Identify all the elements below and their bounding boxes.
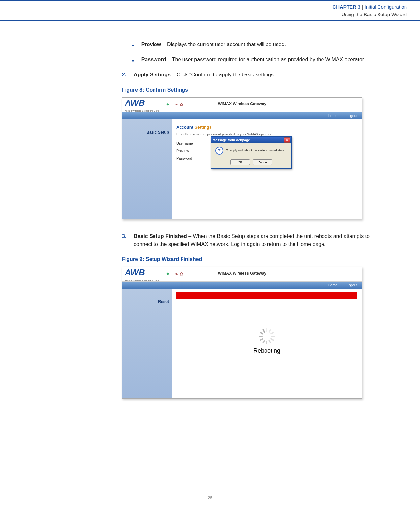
dialog-title: Message from webpage	[213, 138, 250, 143]
label-preview: Preview	[176, 148, 212, 154]
term-apply-settings: Apply Settings	[134, 72, 171, 77]
logo-subtitle: Accton Wireless Broadband Corp.	[125, 109, 159, 113]
gateway-title: WiMAX Wireless Gateway	[218, 101, 266, 107]
chapter-title: Initial Configuration	[365, 4, 407, 10]
nav-home-link[interactable]: Home	[326, 113, 339, 119]
step-3: 3. Basic Setup Finished – When the Basic…	[122, 232, 387, 248]
term-password: Password	[141, 57, 166, 62]
gateway-title: WiMAX Wireless Gateway	[218, 270, 266, 276]
sidebar: Basic Setup	[122, 119, 172, 219]
confirm-dialog: Message from webpage × ? To apply and re…	[211, 136, 292, 169]
dialog-titlebar: Message from webpage ×	[211, 137, 291, 143]
document-body: ■ Preview – Displays the current user ac…	[0, 21, 420, 425]
main-pane: Account Settings Enter the username, pas…	[172, 119, 362, 219]
chapter-label: CHAPTER 3	[332, 4, 360, 10]
desc-password: – The user password required for authent…	[166, 57, 365, 62]
ok-button[interactable]: OK	[230, 159, 250, 165]
alert-banner	[176, 292, 357, 299]
step-num-3: 3.	[122, 232, 130, 248]
question-icon: ?	[215, 147, 223, 155]
figure-8-screenshot: AWB Accton Wireless Broadband Corp. ✦ ❧ …	[122, 97, 362, 219]
page-header: CHAPTER 3 | Initial Configuration Using …	[0, 1, 420, 21]
screenshot-header: AWB Accton Wireless Broadband Corp. ✦ ❧ …	[122, 98, 362, 112]
bullet-marker-icon: ■	[132, 58, 134, 64]
desc-preview: – Displays the current user account that…	[161, 42, 286, 47]
nav-logout-link[interactable]: Logout	[345, 282, 359, 288]
heading-part-a: Account	[176, 125, 193, 130]
nav-separator: |	[341, 282, 342, 288]
heading-part-b: Settings	[193, 125, 211, 130]
figure-9-screenshot: AWB Accton Wireless Broadband Corp. ✦ ❧ …	[122, 267, 362, 399]
nav-separator: |	[341, 113, 342, 119]
page-number: – 26 –	[204, 495, 216, 500]
nav-strip: Home | Logout	[122, 282, 362, 289]
spinner-icon	[259, 328, 275, 344]
label-password: Password	[176, 156, 212, 161]
step-2: 2. Apply Settings – Click "Confirm" to a…	[122, 71, 387, 79]
logo-text: AWB	[125, 97, 159, 109]
nav-logout-link[interactable]: Logout	[345, 113, 359, 119]
decor-icon: ❧ ✿	[174, 271, 183, 278]
dialog-message: To apply and reboot the system immediate…	[226, 148, 284, 153]
logo-subtitle: Accton Wireless Broadband Corp.	[125, 279, 159, 282]
figure-8-caption: Figure 8: Confirm Settings	[122, 86, 387, 94]
logo-text: AWB	[125, 267, 159, 279]
cancel-button[interactable]: Cancel	[253, 159, 272, 165]
account-subtext: Enter the username, password provided by…	[176, 132, 357, 137]
screenshot-header: AWB Accton Wireless Broadband Corp. ✦ ❧ …	[122, 267, 362, 282]
decor-icon: ✦	[165, 100, 170, 109]
desc-apply-settings: – Click "Confirm" to apply the basic set…	[171, 72, 275, 77]
label-username: Username	[176, 141, 212, 146]
main-pane: Rebooting	[172, 289, 362, 398]
sidebar-item-reset[interactable]: Reset	[122, 299, 172, 305]
bullet-password: ■ Password – The user password required …	[132, 56, 387, 64]
page-footer: – 26 –	[0, 495, 420, 500]
account-settings-heading: Account Settings	[176, 124, 357, 131]
bullet-preview: ■ Preview – Displays the current user ac…	[132, 41, 387, 48]
chapter-sep: |	[362, 4, 365, 10]
term-preview: Preview	[141, 42, 161, 47]
close-icon[interactable]: ×	[284, 137, 290, 143]
bullet-marker-icon: ■	[132, 43, 134, 48]
rebooting-text: Rebooting	[253, 346, 280, 355]
decor-icon: ❧ ✿	[174, 101, 183, 108]
decor-icon: ✦	[165, 270, 170, 279]
nav-home-link[interactable]: Home	[326, 282, 339, 288]
sidebar-item-basic-setup[interactable]: Basic Setup	[122, 129, 172, 135]
nav-strip: Home | Logout	[122, 112, 362, 119]
figure-9-caption: Figure 9: Setup Wizard Finished	[122, 255, 387, 263]
sidebar: Reset	[122, 289, 172, 398]
step-num-2: 2.	[122, 71, 130, 79]
chapter-subtitle: Using the Basic Setup Wizard	[0, 11, 407, 18]
term-basic-setup-finished: Basic Setup Finished	[134, 233, 187, 239]
